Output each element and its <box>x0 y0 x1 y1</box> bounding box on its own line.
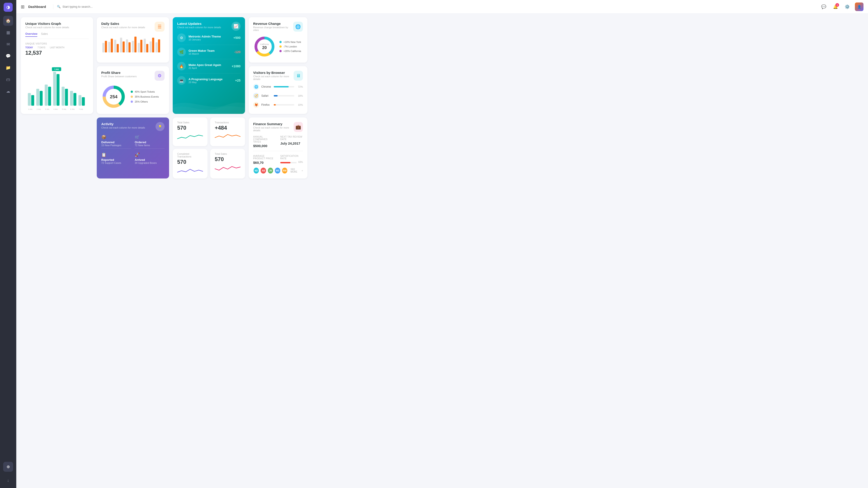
avatar-ab[interactable]: AB <box>260 167 266 174</box>
svg-rect-26 <box>117 44 119 53</box>
apps-grid-icon[interactable]: ⊞ <box>21 4 25 9</box>
sidebar-logo: ◑ <box>4 3 13 12</box>
svg-rect-2 <box>39 91 42 105</box>
daily-sales-chart <box>101 32 164 54</box>
legend-label-2: +20% California <box>283 50 301 53</box>
svg-rect-4 <box>45 85 48 105</box>
total-sales-card-2: Total Sales 570 <box>210 149 245 178</box>
search-input[interactable] <box>62 5 107 8</box>
sidebar-item-home[interactable]: 🏠 <box>3 16 13 26</box>
chrome-label: Chrome <box>261 85 272 88</box>
svg-rect-25 <box>114 40 116 53</box>
svg-rect-1 <box>36 89 39 106</box>
svg-text:7,500: 7,500 <box>54 68 59 70</box>
ordered-title: Ordered <box>135 140 164 144</box>
search-bar[interactable]: 🔍 <box>57 5 816 8</box>
transactions-label: Transactions <box>215 121 241 124</box>
profit-dot-2 <box>131 101 133 103</box>
avatar-jn[interactable]: JN <box>268 167 274 174</box>
reported-icon: 📋 <box>101 152 106 157</box>
avatar-ms[interactable]: MS <box>274 167 281 174</box>
period-today[interactable]: TODAY <box>25 46 33 49</box>
finance-row-2: Avarage Product Price $60,70 Satisficati… <box>253 155 303 164</box>
svg-rect-29 <box>126 39 128 53</box>
alerts-icon[interactable]: ⚙️ <box>843 3 851 11</box>
main-grid: Unique Visitors Graph Check out each col… <box>21 17 864 178</box>
svg-rect-38 <box>152 38 154 53</box>
finance-title: Finance Summary <box>253 122 293 126</box>
sidebar-item-cloud[interactable]: ☁ <box>3 86 13 96</box>
visitors-bar-chart: 1 JUL 2 JUL 3 JUL <box>25 60 89 109</box>
sidebar-item-archive[interactable]: 🗃 <box>3 74 13 85</box>
svg-rect-35 <box>144 39 146 53</box>
ordered-desc: 72 New Items <box>135 144 164 147</box>
svg-text:4 JUL: 4 JUL <box>54 108 58 110</box>
tab-overview[interactable]: Overview <box>25 32 37 37</box>
next-review-value: July 24,2017 <box>280 141 303 145</box>
sidebar-item-mail[interactable]: ✉ <box>3 39 13 49</box>
period-lastmonth[interactable]: LAST MONTH <box>50 46 64 49</box>
delivered-desc: 15 New Paskages <box>101 144 131 147</box>
safari-icon: 🧭 <box>253 93 259 99</box>
svg-rect-33 <box>138 43 140 53</box>
update-name-0: Metronic Admin Theme <box>188 35 230 38</box>
sidebar-item-folder[interactable]: 📁 <box>3 63 13 73</box>
arrived-icon: 🚀 <box>135 152 140 157</box>
profit-share-card: Profit Share Profit Share between custom… <box>97 66 169 114</box>
activity-reported: 📋 Reported 72 Support Cases <box>101 152 131 164</box>
sidebar: ◑ 🏠 ▦ ✉ 💬 📁 🗃 ☁ ⊕ ↓ <box>0 0 16 488</box>
profit-donut: 254 <box>101 84 126 109</box>
svg-rect-39 <box>156 42 158 53</box>
delivered-icon: 📦 <box>101 135 106 140</box>
user-avatar[interactable]: 👤 <box>855 2 864 11</box>
browser-item-safari: 🧭 Safari 18% <box>253 93 303 99</box>
profit-label-1: 35% Business Events <box>135 95 159 98</box>
update-name-3: A Programing Language <box>188 77 232 81</box>
browsers-title: Visitors by Browser <box>253 71 293 74</box>
svg-text:7 JUL: 7 JUL <box>79 108 83 110</box>
sidebar-item-chat[interactable]: 💬 <box>3 51 13 61</box>
latest-subtitle: Check out each column for more details <box>177 26 221 29</box>
profit-label-2: 25% Others <box>135 100 148 103</box>
svg-rect-40 <box>158 39 160 53</box>
svg-rect-27 <box>120 38 122 53</box>
legend-dot-0 <box>279 41 282 43</box>
sidebar-item-download[interactable]: ↓ <box>3 475 13 485</box>
update-info-1: Green Maker Team 15 March <box>188 49 231 55</box>
latest-icon: 📈 <box>231 22 241 31</box>
donut-value: 20 <box>260 45 269 50</box>
transactions-card: Transactions +484 <box>210 118 245 146</box>
topbar: ⊞ Dashboard 🔍 💬 🔔 1 ⚙️ 👤 <box>16 0 868 13</box>
period-row: TODAY 7 DAYS LAST MONTH <box>25 46 89 49</box>
total-sales-chart-1 <box>177 131 203 140</box>
profit-legend: 40% Sport Tickets 35% Business Events 25… <box>131 90 159 103</box>
avatar-rw[interactable]: RW <box>282 167 288 174</box>
tab-sales[interactable]: Sales <box>41 32 48 37</box>
svg-text:5 JUL: 5 JUL <box>62 108 66 110</box>
finance-subtitle: Check out each column for more details <box>253 126 293 132</box>
sidebar-item-add[interactable]: ⊕ <box>3 462 13 472</box>
avatars-row: ND AB JN MS RW SEE MORE + <box>253 167 303 174</box>
chrome-pct: 72% <box>297 86 303 88</box>
annual-tax-item: Annual Companies Taxes $500,000 <box>253 135 276 148</box>
arrived-desc: 34 Upgraded Boxes <box>135 162 164 164</box>
see-more-button[interactable]: SEE MORE + <box>290 168 303 173</box>
avatar-nd[interactable]: ND <box>253 167 259 174</box>
satisfaction-bar-wrap <box>280 162 297 163</box>
legend-dot-1 <box>279 45 282 48</box>
notifications-icon[interactable]: 🔔 1 <box>831 3 839 11</box>
sidebar-item-calendar[interactable]: ▦ <box>3 28 13 37</box>
profit-legend-2: 25% Others <box>131 100 159 103</box>
satisfaction-label: Satisfication Rate <box>280 155 303 160</box>
messages-icon[interactable]: 💬 <box>819 3 828 11</box>
legend-label-0: +10% New York <box>283 41 301 43</box>
update-item-2: 🔥 Make Apex Great Again 22 April +1080 <box>177 59 241 73</box>
stat-row-bottom: Completed Transactions 570 Total Sales 5… <box>173 149 245 178</box>
legend-item-0: +10% New York <box>279 41 301 43</box>
unique-visitors-subtitle: Check out each column for more details <box>25 26 89 29</box>
browser-item-chrome: 🌐 Chrome 72% <box>253 84 303 90</box>
daily-sales-header: Daily Sales Check out each column for mo… <box>101 22 164 32</box>
period-7days[interactable]: 7 DAYS <box>37 46 45 49</box>
profit-icon: ⚙ <box>155 71 164 80</box>
svg-text:1 JUL: 1 JUL <box>28 108 33 110</box>
